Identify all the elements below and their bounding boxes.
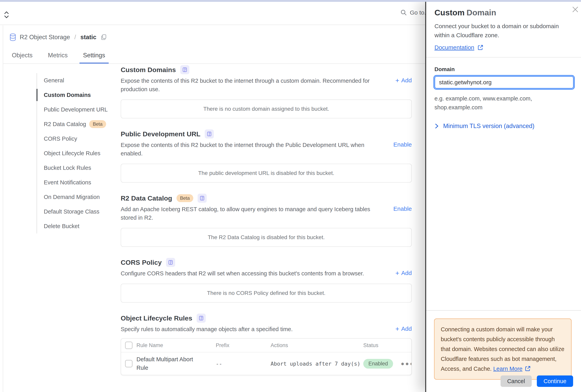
prefix-cell: -- xyxy=(216,361,270,367)
section-object-lifecycle-rules: Object Lifecycle Rules Specify rules to … xyxy=(121,314,412,375)
table-header-row: Rule Name Prefix Actions Status xyxy=(121,339,412,352)
global-search[interactable]: Go to. xyxy=(400,9,426,16)
domain-field-label: Domain xyxy=(434,66,573,72)
subnav-item-event-notifications[interactable]: Event Notifications xyxy=(37,175,117,190)
plus-icon: + xyxy=(396,77,399,84)
subnav-item-custom-domains[interactable]: Custom Domains xyxy=(37,88,117,102)
column-rule-name: Rule Name xyxy=(136,342,216,349)
actions-cell: Abort uploads after 7 day(s) xyxy=(270,361,363,367)
section-cors-policy: CORS Policy Configure CORS headers that … xyxy=(121,258,412,303)
notice-text: Connecting a custom domain will make you… xyxy=(441,326,564,372)
breadcrumb-product[interactable]: R2 Object Storage xyxy=(20,34,70,41)
column-prefix: Prefix xyxy=(216,342,270,349)
section-description: Expose the contents of this R2 bucket to… xyxy=(121,141,383,158)
section-r2-data-catalog: R2 Data Catalog Beta Add an Apache Icebe… xyxy=(121,194,412,247)
row-actions-menu-icon[interactable]: ●●● xyxy=(401,360,412,367)
search-icon xyxy=(400,9,407,16)
cors-empty-state: There is no CORS Policy defined for this… xyxy=(121,284,412,303)
panel-description: Connect your bucket to a domain or subdo… xyxy=(434,22,573,40)
section-description: Expose the contents of this R2 bucket to… xyxy=(121,77,383,94)
external-link-icon xyxy=(478,44,484,50)
enable-public-url-button[interactable]: Enable xyxy=(394,141,412,148)
lifecycle-rules-table: Rule Name Prefix Actions Status Default … xyxy=(121,338,412,375)
subnav-item-bucket-lock-rules[interactable]: Bucket Lock Rules xyxy=(37,161,117,175)
section-description: Configure CORS headers that R2 will set … xyxy=(121,269,364,278)
docs-icon[interactable] xyxy=(196,314,206,323)
add-lifecycle-rule-button[interactable]: +Add xyxy=(396,325,412,332)
data-catalog-empty-state: The R2 Data Catalog is disabled for this… xyxy=(121,228,412,247)
section-custom-domains: Custom Domains Expose the contents of th… xyxy=(121,65,412,118)
docs-icon[interactable] xyxy=(166,258,175,267)
tab-objects[interactable]: Objects xyxy=(9,47,35,63)
subnav-item-cors-policy[interactable]: CORS Policy xyxy=(37,131,117,146)
enable-data-catalog-button[interactable]: Enable xyxy=(394,205,412,212)
section-title: Object Lifecycle Rules xyxy=(121,314,192,322)
row-checkbox[interactable] xyxy=(125,360,132,367)
section-title: Public Development URL xyxy=(121,130,200,138)
beta-badge: Beta xyxy=(89,120,106,128)
chevron-right-icon xyxy=(434,123,439,129)
tab-settings[interactable]: Settings xyxy=(80,47,108,63)
continue-button[interactable]: Continue xyxy=(537,376,573,387)
subnav-item-general[interactable]: General xyxy=(37,73,117,88)
panel-footer: Cancel Continue xyxy=(500,376,573,387)
docs-icon[interactable] xyxy=(180,65,189,74)
cancel-button[interactable]: Cancel xyxy=(500,376,532,387)
breadcrumb-separator: / xyxy=(74,34,76,41)
plus-icon: + xyxy=(396,270,399,276)
subnav-item-object-lifecycle-rules[interactable]: Object Lifecycle Rules xyxy=(37,146,117,161)
docs-icon[interactable] xyxy=(198,194,207,203)
table-row: Default Multipart Abort Rule -- Abort up… xyxy=(121,352,412,375)
domain-hint: e.g. example.com, www.example.com, shop.… xyxy=(434,94,549,112)
subnav-item-default-storage-class[interactable]: Default Storage Class xyxy=(37,204,117,219)
section-title: R2 Data Catalog xyxy=(121,195,172,202)
panel-footer-divider xyxy=(426,310,581,311)
plus-icon: + xyxy=(396,325,399,332)
section-title: CORS Policy xyxy=(121,259,162,266)
section-public-development-url: Public Development URL Expose the conten… xyxy=(121,129,412,183)
settings-subnav: General Custom Domains Public Developmen… xyxy=(36,73,117,233)
select-all-checkbox[interactable] xyxy=(125,342,132,349)
rule-name-cell: Default Multipart Abort Rule xyxy=(136,352,202,375)
database-icon xyxy=(9,33,16,41)
learn-more-link[interactable]: Learn More xyxy=(493,366,522,372)
subnav-item-on-demand-migration[interactable]: On Demand Migration xyxy=(37,190,117,204)
section-description: Specify rules to automatically manage ob… xyxy=(121,325,293,334)
status-badge: Enabled xyxy=(363,359,393,369)
panel-divider xyxy=(426,57,581,57)
public-url-empty-state: The public development URL is disabled f… xyxy=(121,164,412,183)
custom-domain-panel: CustomDomain Connect your bucket to a do… xyxy=(425,2,581,392)
settings-main: Custom Domains Expose the contents of th… xyxy=(121,65,412,386)
domain-input[interactable] xyxy=(434,76,574,89)
tab-metrics[interactable]: Metrics xyxy=(45,47,70,63)
sidebar-collapse-icon[interactable] xyxy=(3,10,10,19)
panel-title: CustomDomain xyxy=(434,8,573,17)
section-description: Add an Apache Iceberg REST catalog, to a… xyxy=(121,205,383,222)
app-root: Go to. R2 Object Storage / static Object… xyxy=(0,0,581,392)
column-actions: Actions xyxy=(270,342,363,349)
subnav-item-delete-bucket[interactable]: Delete Bucket xyxy=(37,219,117,233)
subnav-item-public-development-url[interactable]: Public Development URL xyxy=(37,102,117,117)
external-link-icon xyxy=(525,366,531,372)
beta-badge: Beta xyxy=(176,194,193,202)
copy-icon[interactable] xyxy=(101,34,107,40)
minimum-tls-link[interactable]: Minimum TLS version (advanced) xyxy=(434,123,573,130)
subnav-item-r2-data-catalog[interactable]: R2 Data CatalogBeta xyxy=(37,117,117,131)
add-custom-domain-button[interactable]: +Add xyxy=(396,77,412,84)
custom-domains-empty-state: There is no custom domain assigned to th… xyxy=(121,99,412,118)
breadcrumb-bucket-name: static xyxy=(80,34,96,41)
column-status: Status xyxy=(363,342,401,349)
docs-icon[interactable] xyxy=(205,129,214,139)
search-placeholder: Go to. xyxy=(410,9,426,16)
public-access-notice: Connecting a custom domain will make you… xyxy=(434,319,572,380)
section-title: Custom Domains xyxy=(121,66,176,74)
top-accent-strip xyxy=(0,0,581,2)
documentation-link[interactable]: Documentation xyxy=(434,44,474,51)
close-icon[interactable] xyxy=(571,5,580,14)
breadcrumb: R2 Object Storage / static xyxy=(9,33,107,41)
add-cors-policy-button[interactable]: +Add xyxy=(396,270,412,276)
